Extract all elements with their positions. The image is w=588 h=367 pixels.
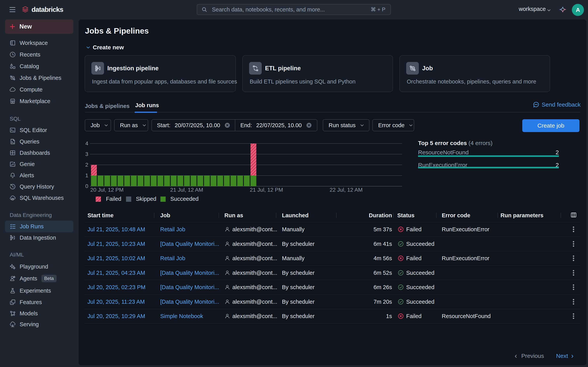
svg-text:21 Jul, 12 AM: 21 Jul, 12 AM [170,187,203,193]
svg-text:20 Jul, 12 PM: 20 Jul, 12 PM [90,187,123,193]
svg-text:0: 0 [86,183,88,189]
svg-text:4: 4 [86,140,88,146]
svg-text:1: 1 [86,172,88,178]
svg-text:21 Jul, 12 PM: 21 Jul, 12 PM [250,187,283,193]
svg-text:Failed: Failed [106,196,121,202]
svg-text:3: 3 [86,151,88,157]
svg-text:22 Jul, 12 AM: 22 Jul, 12 AM [329,187,363,193]
svg-text:Skipped: Skipped [136,196,156,202]
svg-text:2: 2 [86,162,88,168]
svg-text:Succeeded: Succeeded [170,196,199,202]
